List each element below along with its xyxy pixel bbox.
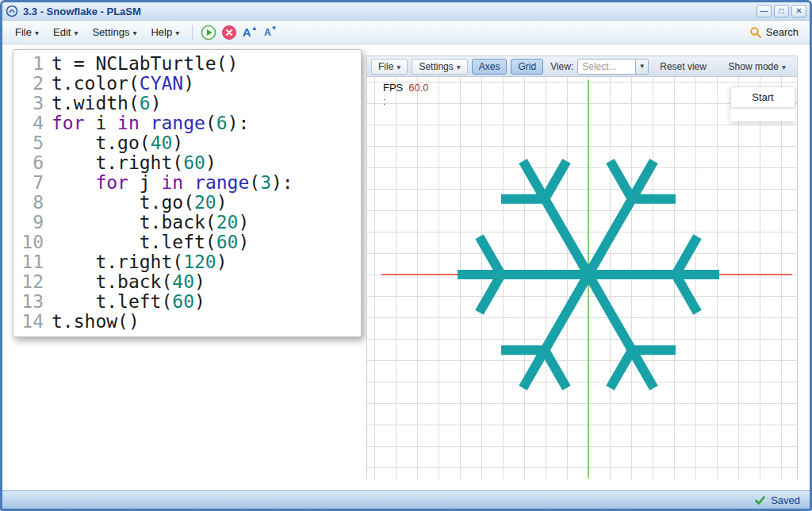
menu-help-label: Help xyxy=(151,26,172,38)
code-text: t.back(40) xyxy=(52,272,205,292)
line-number: 13 xyxy=(13,292,52,312)
viewer-toolbar: File Settings Axes Grid View: Select... … xyxy=(367,56,797,77)
line-number: 12 xyxy=(13,272,52,292)
font-increase-icon: A xyxy=(243,25,251,39)
code-line[interactable]: 2t.color(CYAN) xyxy=(13,74,361,94)
triangle-down-icon: ▼ xyxy=(271,25,278,32)
code-text: t.left(60) xyxy=(52,292,205,312)
menu-file[interactable]: File xyxy=(9,23,45,41)
viewer-settings-label: Settings xyxy=(419,61,453,72)
chevron-down-icon xyxy=(457,61,461,72)
code-line[interactable]: 11 t.right(120) xyxy=(13,252,361,272)
search-label: Search xyxy=(766,26,799,38)
line-number: 10 xyxy=(13,232,52,252)
code-text: t.right(120) xyxy=(52,252,228,272)
code-line[interactable]: 5 t.go(40) xyxy=(13,133,361,153)
window-controls: — □ ✕ xyxy=(756,5,806,17)
menu-help[interactable]: Help xyxy=(144,23,186,41)
statusbar: Saved xyxy=(2,490,810,509)
fps-readout: FPS60.0 xyxy=(383,82,429,94)
code-line[interactable]: 13 t.left(60) xyxy=(13,292,361,312)
menu-edit[interactable]: Edit xyxy=(47,23,84,41)
code-text: t.right(60) xyxy=(52,153,216,173)
code-line[interactable]: 14t.show() xyxy=(13,312,361,332)
code-line[interactable]: 8 t.go(20) xyxy=(13,193,361,213)
line-number: 6 xyxy=(13,153,52,173)
code-text: t = NCLabTurtle() xyxy=(52,54,238,74)
axes-toggle-button[interactable]: Axes xyxy=(472,59,508,75)
code-line[interactable]: 1t = NCLabTurtle() xyxy=(13,54,361,74)
run-button[interactable] xyxy=(199,23,218,42)
minimize-button[interactable]: — xyxy=(756,5,772,17)
stop-button[interactable] xyxy=(220,23,239,42)
menubar: File Edit Settings Help xyxy=(2,21,810,44)
snowflake-svg xyxy=(367,77,797,479)
code-editor[interactable]: 1t = NCLabTurtle()2t.color(CYAN)3t.width… xyxy=(13,49,362,337)
chevron-down-icon xyxy=(175,26,179,38)
font-decrease-button[interactable]: A▼ xyxy=(261,23,280,42)
code-text: t.width(6) xyxy=(52,94,162,113)
reset-view-button[interactable]: Reset view xyxy=(653,59,714,75)
viewer-settings-button[interactable]: Settings xyxy=(412,59,467,75)
code-text: t.back(20) xyxy=(52,213,249,232)
main-content: 1t = NCLabTurtle()2t.color(CYAN)3t.width… xyxy=(2,44,810,490)
window-title: 3.3 - Snowflake - PLaSM xyxy=(23,6,752,17)
code-text: for i in range(6): xyxy=(52,113,249,133)
menu-settings[interactable]: Settings xyxy=(86,23,143,41)
font-increase-button[interactable]: A▲ xyxy=(240,23,259,42)
chevron-down-icon xyxy=(396,61,400,72)
triangle-up-icon: ▲ xyxy=(251,25,258,32)
fps-sub-text: : xyxy=(383,96,385,107)
render-canvas[interactable]: FPS60.0 : Start xyxy=(367,77,797,479)
view-label: View: xyxy=(550,61,573,72)
code-text: t.show() xyxy=(52,312,140,332)
app-window: 3.3 - Snowflake - PLaSM — □ ✕ File Edit … xyxy=(0,0,812,511)
menubar-separator xyxy=(192,25,193,40)
line-number: 11 xyxy=(13,252,52,272)
saved-check-icon xyxy=(754,494,766,506)
chevron-down-icon xyxy=(132,26,136,38)
line-number: 5 xyxy=(13,133,52,153)
viewer-panel: File Settings Axes Grid View: Select... … xyxy=(366,56,798,479)
code-text: t.go(20) xyxy=(52,193,228,213)
line-number: 14 xyxy=(13,312,52,332)
line-number: 9 xyxy=(13,213,52,232)
search-box[interactable]: Search xyxy=(749,26,803,39)
viewer-file-button[interactable]: File xyxy=(371,59,408,75)
view-select-value: Select... xyxy=(578,60,635,74)
reset-view-label: Reset view xyxy=(660,61,707,72)
maximize-button[interactable]: □ xyxy=(774,5,789,17)
menu-edit-label: Edit xyxy=(53,26,71,38)
code-line[interactable]: 4for i in range(6): xyxy=(13,113,361,133)
code-line[interactable]: 9 t.back(20) xyxy=(13,213,361,232)
grid-toggle-button[interactable]: Grid xyxy=(511,59,543,75)
chevron-down-icon xyxy=(35,26,39,38)
line-number: 7 xyxy=(13,173,52,193)
fps-label: FPS xyxy=(383,82,403,94)
view-select[interactable]: Select... ▼ xyxy=(577,59,649,75)
nclab-logo-icon xyxy=(6,5,18,17)
code-line[interactable]: 7 for j in range(3): xyxy=(13,173,361,193)
show-mode-button[interactable]: Show mode xyxy=(722,59,793,75)
search-icon xyxy=(749,26,762,39)
chevron-down-icon xyxy=(74,26,78,38)
menu-file-label: File xyxy=(15,26,32,38)
chevron-down-icon xyxy=(782,61,786,72)
start-button[interactable]: Start xyxy=(730,86,795,108)
code-line[interactable]: 12 t.back(40) xyxy=(13,272,361,292)
close-button[interactable]: ✕ xyxy=(791,5,806,17)
code-text: t.go(40) xyxy=(52,133,183,153)
code-text: t.left(60) xyxy=(52,232,249,252)
stop-icon xyxy=(221,25,237,40)
titlebar: 3.3 - Snowflake - PLaSM — □ ✕ xyxy=(2,2,810,21)
code-line[interactable]: 6 t.right(60) xyxy=(13,153,361,173)
code-lines: 1t = NCLabTurtle()2t.color(CYAN)3t.width… xyxy=(13,54,361,332)
line-number: 1 xyxy=(13,54,52,74)
select-arrow-icon: ▼ xyxy=(635,60,648,74)
menu-settings-label: Settings xyxy=(92,26,129,38)
saved-status-label: Saved xyxy=(771,494,800,506)
code-text: for j in range(3): xyxy=(52,173,293,193)
fps-value: 60.0 xyxy=(408,82,428,94)
code-line[interactable]: 3t.width(6) xyxy=(13,94,361,113)
code-line[interactable]: 10 t.left(60) xyxy=(13,232,361,252)
